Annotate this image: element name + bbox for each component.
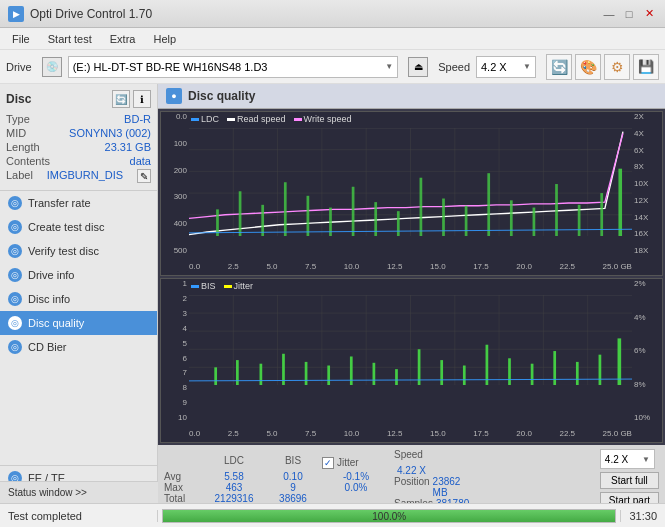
save-button[interactable]: 💾 (633, 54, 659, 80)
main-area: Disc 🔄 ℹ Type BD-R MID SONYNN3 (002) Len… (0, 84, 665, 514)
menu-help[interactable]: Help (145, 31, 184, 47)
refresh-button[interactable]: 🔄 (546, 54, 572, 80)
sidebar-menu: ◎ Transfer rate ◎ Create test disc ◎ Ver… (0, 191, 157, 465)
length-key: Length (6, 141, 40, 153)
charts-area: LDC Read speed Write speed 500 400 300 2… (158, 109, 665, 445)
svg-rect-56 (373, 363, 376, 386)
menu-start-test[interactable]: Start test (40, 31, 100, 47)
sidebar-item-drive-info[interactable]: ◎ Drive info (0, 263, 157, 287)
chart2-x-axis: 0.0 2.5 5.0 7.5 10.0 12.5 15.0 17.5 20.0… (189, 424, 632, 442)
avg-jitter: -0.1% (322, 471, 390, 482)
svg-rect-60 (463, 366, 466, 386)
svg-rect-23 (397, 211, 400, 236)
svg-rect-55 (350, 356, 353, 385)
status-text: Test completed (0, 510, 158, 522)
transfer-rate-icon: ◎ (8, 196, 22, 210)
eject-button[interactable]: ⏏ (408, 57, 428, 77)
progress-percent: 100.0% (163, 510, 615, 524)
total-label: Total (164, 493, 200, 504)
speed-label: Speed (438, 61, 470, 73)
label-edit-button[interactable]: ✎ (137, 169, 151, 183)
color-button[interactable]: 🎨 (575, 54, 601, 80)
jitter-checkbox[interactable]: ✓ (322, 457, 334, 469)
svg-rect-27 (487, 173, 490, 236)
chart1-svg (189, 128, 632, 236)
svg-rect-63 (531, 364, 534, 386)
sidebar-item-create-test-disc[interactable]: ◎ Create test disc (0, 215, 157, 239)
svg-rect-33 (618, 169, 622, 237)
avg-ldc: 5.58 (224, 471, 243, 482)
svg-rect-28 (510, 200, 513, 236)
settings-button[interactable]: ⚙ (604, 54, 630, 80)
drive-eject-icon: 💿 (42, 57, 62, 77)
svg-rect-64 (553, 351, 556, 385)
drive-select[interactable]: (E:) HL-DT-ST BD-RE WH16NS48 1.D3 ▼ (68, 56, 399, 78)
disc-info-button[interactable]: ℹ (133, 90, 151, 108)
stats-bis-col: BIS 0.10 9 38696 (268, 455, 318, 504)
max-bis: 9 (290, 482, 296, 493)
svg-rect-21 (352, 187, 355, 237)
svg-rect-26 (465, 206, 468, 237)
svg-rect-31 (578, 205, 581, 237)
ldc-legend: LDC (201, 114, 219, 124)
sidebar-item-cd-bier[interactable]: ◎ CD Bier (0, 335, 157, 359)
sidebar-item-disc-quality[interactable]: ◎ Disc quality (0, 311, 157, 335)
read-speed-legend: Read speed (237, 114, 286, 124)
speed-value: 4.22 X (397, 465, 426, 476)
chart2-svg (189, 295, 632, 385)
svg-rect-51 (260, 364, 263, 386)
max-ldc: 463 (226, 482, 243, 493)
sidebar-item-disc-info[interactable]: ◎ Disc info (0, 287, 157, 311)
drive-info-icon: ◎ (8, 268, 22, 282)
svg-rect-65 (576, 362, 579, 386)
type-key: Type (6, 113, 30, 125)
titlebar: ▶ Opti Drive Control 1.70 — □ ✕ (0, 0, 665, 28)
sidebar-item-transfer-rate[interactable]: ◎ Transfer rate (0, 191, 157, 215)
label-value: IMGBURN_DIS (47, 169, 123, 183)
svg-rect-29 (533, 208, 536, 237)
svg-rect-54 (327, 366, 330, 386)
chart1-y-axis-right: 18X 16X 14X 12X 10X 8X 6X 4X 2X (632, 112, 662, 255)
jitter-legend: Jitter (234, 281, 254, 291)
svg-rect-16 (239, 191, 242, 236)
status-window-bar[interactable]: Status window >> (0, 481, 158, 503)
menu-file[interactable]: File (4, 31, 38, 47)
sidebar: Disc 🔄 ℹ Type BD-R MID SONYNN3 (002) Len… (0, 84, 158, 514)
svg-rect-66 (599, 355, 602, 386)
disc-quality-header-icon: ● (166, 88, 182, 104)
sidebar-item-verify-test-disc[interactable]: ◎ Verify test disc (0, 239, 157, 263)
contents-key: Contents (6, 155, 50, 167)
disc-quality-title: Disc quality (188, 89, 255, 103)
menu-extra[interactable]: Extra (102, 31, 144, 47)
app-icon: ▶ (8, 6, 24, 22)
progress-bar: 100.0% (162, 509, 616, 523)
stats-speed-col: Speed 4.22 X Position 23862 MB Samples 3… (394, 449, 474, 509)
minimize-button[interactable]: — (601, 6, 617, 22)
speed-header: Speed (394, 449, 474, 465)
speed-dropdown-right[interactable]: 4.2 X ▼ (600, 449, 655, 469)
svg-rect-17 (261, 205, 264, 237)
chart2-legend: BIS Jitter (191, 281, 253, 291)
svg-rect-32 (600, 193, 603, 236)
drive-label: Drive (6, 61, 32, 73)
maximize-button[interactable]: □ (621, 6, 637, 22)
start-full-button[interactable]: Start full (600, 472, 659, 489)
jitter-checkbox-row[interactable]: ✓ Jitter (322, 455, 390, 471)
disc-quality-header: ● Disc quality (158, 84, 665, 109)
disc-refresh-button[interactable]: 🔄 (112, 90, 130, 108)
speed-select[interactable]: 4.2 X ▼ (476, 56, 536, 78)
chart2-y-axis-right: 10% 8% 6% 4% 2% (632, 279, 662, 422)
svg-rect-53 (305, 362, 308, 386)
avg-bis: 0.10 (283, 471, 302, 482)
statusbar: Test completed 100.0% 31:30 (0, 503, 665, 527)
svg-rect-19 (307, 196, 310, 237)
svg-rect-67 (618, 338, 622, 385)
close-button[interactable]: ✕ (641, 6, 657, 22)
total-bis: 38696 (279, 493, 307, 504)
mid-key: MID (6, 127, 26, 139)
ldc-header: LDC (224, 455, 244, 471)
position-label: Position (394, 476, 430, 498)
disc-quality-icon: ◎ (8, 316, 22, 330)
disc-info-icon: ◎ (8, 292, 22, 306)
svg-rect-18 (284, 182, 287, 236)
